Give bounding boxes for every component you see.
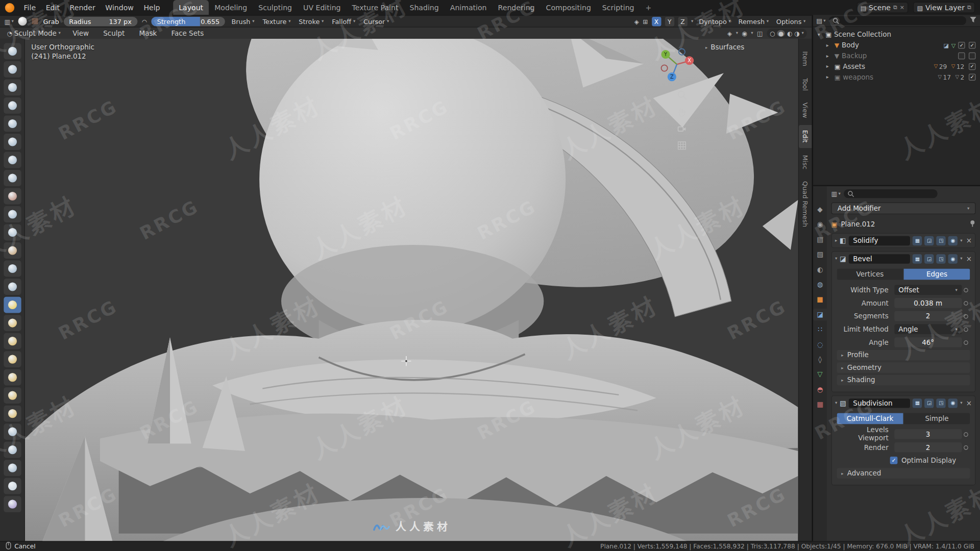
overlays-icon[interactable]: ◉ [742, 30, 747, 36]
properties-tab-modifiers[interactable]: ◪ [813, 309, 827, 320]
tool-grab-button[interactable] [4, 297, 21, 313]
outliner-row-weapons[interactable]: ▸ ▣ weapons ▽17 ▽2 ✓ [815, 72, 979, 83]
modifier-name-field[interactable]: Subdivision [849, 398, 910, 408]
tool-clay-thumb-button[interactable] [4, 116, 21, 132]
tool-pinch-button[interactable] [4, 279, 21, 295]
chevron-right-icon[interactable]: ▸ [826, 74, 832, 80]
mirror-y-toggle[interactable]: Y [665, 16, 674, 26]
scene-unlink-icon[interactable]: × [900, 5, 904, 11]
tool-layer-button[interactable] [4, 134, 21, 150]
dyntopo-dropdown[interactable]: Dyntopo▾ [697, 17, 733, 25]
menu-mask[interactable]: Mask [135, 28, 161, 38]
limit-method-dropdown[interactable]: Angle▾ [894, 324, 962, 335]
exclude-checkbox[interactable] [958, 53, 965, 59]
subpanel-profile[interactable]: ▸Profile [837, 350, 970, 361]
mirror-x-toggle[interactable]: X [652, 16, 661, 26]
tool-pose-button[interactable] [4, 369, 21, 386]
chevron-right-icon[interactable]: ▸ [826, 42, 832, 48]
modifier-header[interactable]: ▾ ▨ Subdivision ▦ ◲ ◳ ◉ ▾ × [832, 396, 975, 410]
menu-edit[interactable]: Edit [41, 2, 64, 13]
chevron-down-icon[interactable]: ▾ [691, 19, 693, 24]
tool-scrape-button[interactable] [4, 261, 21, 277]
subpanel-advanced[interactable]: ▸Advanced [837, 468, 970, 479]
menu-file[interactable]: File [19, 2, 40, 13]
angle-field[interactable]: 46° [894, 337, 962, 347]
animate-dot[interactable] [962, 340, 970, 345]
workspace-tab-modeling[interactable]: Modeling [209, 0, 253, 15]
tool-snake-hook-button[interactable] [4, 333, 21, 349]
properties-tab-output[interactable]: ▤ [813, 234, 827, 245]
tool-elastic-deform-button[interactable] [4, 315, 21, 331]
scene-copy-icon[interactable]: ⧉ [893, 4, 897, 11]
outliner-row-backup[interactable]: ▸ ▼ Backup [815, 51, 979, 61]
view-layer-selector[interactable]: ▧ View Layer ⧉ [913, 2, 975, 13]
scene-browse-icon[interactable]: ▤ [861, 4, 867, 11]
chevron-down-icon[interactable]: ▾ [801, 31, 803, 36]
falloff-dropdown[interactable]: Falloff▾ [330, 17, 357, 25]
show-in-editmode-icon[interactable]: ◲ [924, 254, 934, 263]
falloff-shape-icon[interactable]: ◈ [634, 18, 639, 24]
tool-smooth-button[interactable] [4, 206, 21, 222]
pin-icon[interactable] [969, 219, 975, 229]
modifier-header[interactable]: ▸ ◧ Solidify ▦ ◲ ◳ ◉ ▾ × [832, 234, 975, 247]
scene-selector[interactable]: ▤ Scene ⧉ × [856, 2, 908, 13]
properties-tab-view-layer[interactable]: ▧ [813, 248, 827, 260]
tool-draw-sharp-button[interactable] [4, 61, 21, 78]
modifier-name-field[interactable]: Bevel [849, 254, 910, 263]
exclude-checkbox[interactable]: ✓ [958, 42, 965, 48]
outliner-editor-type-button[interactable]: ▤▾ [816, 17, 825, 24]
properties-search-input[interactable] [844, 189, 938, 198]
menu-face-sets[interactable]: Face Sets [167, 28, 208, 38]
properties-tab-object-data[interactable]: ▽ [813, 368, 827, 380]
subpanel-geometry[interactable]: ▸Geometry [837, 362, 970, 373]
holdout-checkbox[interactable]: ✓ [969, 42, 975, 48]
editor-type-button[interactable]: ▥▾ [5, 18, 14, 24]
close-icon[interactable]: × [966, 255, 972, 263]
options-dropdown[interactable]: Options▾ [774, 17, 807, 25]
brush-name[interactable]: Grab [43, 17, 59, 25]
affect-edges-button[interactable]: Edges [904, 269, 970, 280]
render-levels-field[interactable]: 2 [894, 442, 962, 453]
animate-dot[interactable] [962, 432, 970, 437]
tool-slide-relax-button[interactable] [4, 423, 21, 440]
sidebar-tab-tool[interactable]: Tool [799, 73, 812, 96]
outliner-row-body[interactable]: ▸ ▼ Body ◪ ▽ ✓✓ [815, 40, 979, 51]
properties-tab-texture[interactable]: ▦ [813, 398, 827, 410]
show-on-cage-icon[interactable]: ▦ [913, 254, 922, 263]
object-name[interactable]: Plane.012 [841, 220, 875, 229]
workspace-tab-rendering[interactable]: Rendering [493, 0, 541, 15]
remesh-dropdown[interactable]: Remesh▾ [737, 17, 771, 25]
menu-sculpt[interactable]: Sculpt [99, 28, 129, 38]
shading-solid-icon[interactable]: ● [777, 30, 785, 36]
holdout-checkbox[interactable] [969, 53, 975, 59]
tool-flatten-button[interactable] [4, 224, 21, 241]
tool-draw-button[interactable] [4, 43, 21, 59]
amount-field[interactable]: 0.038 m [894, 298, 962, 308]
animate-dot[interactable] [962, 314, 970, 318]
show-render-icon[interactable]: ◉ [948, 236, 958, 245]
sidebar-tab-misc[interactable]: Misc [799, 149, 812, 174]
tool-boundary-button[interactable] [4, 442, 21, 458]
outliner-row-assets[interactable]: ▸ ▣ Assets ▽29 ▽12 ✓ [815, 61, 979, 72]
properties-tab-render[interactable]: ◉ [813, 219, 827, 231]
show-on-cage-icon[interactable]: ▦ [913, 236, 922, 245]
chevron-down-icon[interactable]: ▾ [736, 31, 738, 36]
workspace-tab-scripting[interactable]: Scripting [597, 0, 640, 15]
chevron-down-icon[interactable]: ▾ [818, 32, 823, 37]
stroke-dropdown[interactable]: Stroke▾ [297, 17, 326, 25]
subpanel-shading[interactable]: ▸Shading [837, 375, 970, 386]
shading-rendered-icon[interactable]: ◑ [794, 30, 800, 36]
show-realtime-icon[interactable]: ◳ [937, 254, 946, 263]
cursor-dropdown[interactable]: Cursor▾ [361, 17, 391, 25]
properties-tab-constraints[interactable]: ◊ [813, 354, 827, 365]
chevron-right-icon[interactable]: ▸ [826, 53, 832, 59]
viewport-canvas[interactable]: User Orthographic (241) Plane.012 ▸ Bsur… [25, 39, 798, 541]
workspace-tab-uv-editing[interactable]: UV Editing [298, 0, 347, 15]
properties-tab-world[interactable]: ◍ [813, 279, 827, 290]
modifier-extras-icon[interactable]: ▾ [960, 400, 962, 406]
tool-cloth-button[interactable] [4, 460, 21, 476]
menu-help[interactable]: Help [139, 2, 164, 13]
camera-view-icon[interactable] [676, 122, 688, 135]
animate-dot[interactable] [962, 445, 970, 449]
chevron-down-icon[interactable]: ▾ [835, 256, 837, 261]
